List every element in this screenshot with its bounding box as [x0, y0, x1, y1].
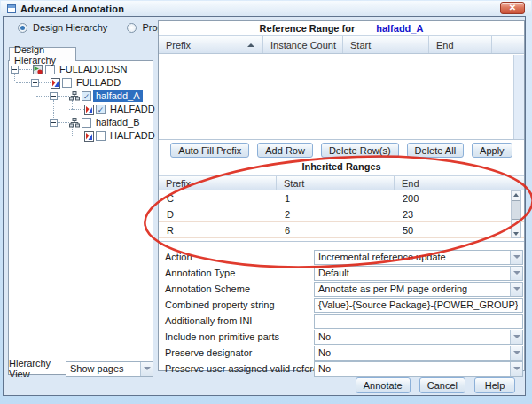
tree-item-fulladd[interactable]: FULLADD: [31, 76, 153, 89]
collapse-minus-icon[interactable]: [31, 79, 39, 87]
chevron-down-icon[interactable]: [510, 330, 522, 344]
collapse-minus-icon[interactable]: [50, 119, 58, 127]
scrollbar-thumb[interactable]: [512, 200, 520, 220]
column-header-prefix[interactable]: Prefix: [159, 176, 277, 190]
chevron-down-icon[interactable]: [140, 362, 153, 376]
tree-connector: [58, 96, 69, 97]
section-divider: [159, 139, 524, 140]
annotate-button[interactable]: Annotate: [356, 377, 411, 393]
chevron-down-icon[interactable]: [510, 362, 522, 376]
column-header-end[interactable]: End: [429, 36, 492, 53]
preserve-valid-references-select[interactable]: No: [314, 361, 523, 377]
scroll-down-icon[interactable]: [512, 230, 520, 237]
window-title: Advanced Annotation: [20, 4, 124, 14]
dialog-footer: Annotate Cancel Help: [356, 377, 515, 393]
hierarchy-view-value: Show pages: [66, 363, 124, 374]
hierarchy-view-select[interactable]: Show pages: [66, 361, 153, 377]
checkbox[interactable]: [45, 65, 55, 74]
title-bar[interactable]: Advanced Annotation: [1, 1, 531, 16]
scrollbar-track[interactable]: [513, 55, 524, 139]
form-row-include-nonprimitive: Include non-primitive parts No: [159, 329, 524, 345]
radio-circle-icon: [18, 23, 27, 33]
annotation-scheme-select[interactable]: Annotate as per PM page ordering: [314, 282, 523, 297]
field-label: Annotation Type: [165, 268, 235, 278]
field-label: Combined property string: [165, 299, 275, 310]
field-label: Additionally from INI: [165, 315, 252, 326]
inherited-ranges-table-body: C 1 200 D 2 23 R 6 50: [159, 190, 524, 238]
chevron-down-icon[interactable]: [510, 283, 522, 296]
design-icon: [32, 64, 43, 75]
close-icon[interactable]: ✕: [500, 2, 525, 14]
checkbox-checked[interactable]: ✓: [82, 91, 91, 101]
checkbox[interactable]: [62, 78, 72, 88]
additionally-from-ini-input[interactable]: [314, 314, 523, 329]
collapse-minus-icon[interactable]: [50, 92, 58, 100]
tree-item-label[interactable]: HALFADD: [107, 130, 158, 142]
tree-item-halfadd-a[interactable]: ✓ halfadd_A: [50, 89, 153, 103]
form-row-preserve-valid-refs: Preserve user assigned valid references …: [159, 361, 524, 377]
tree-item-label[interactable]: FULLADD.DSN: [57, 64, 129, 75]
tree-connector: [39, 82, 51, 83]
chevron-down-icon[interactable]: [510, 251, 522, 264]
schematic-page-icon: [84, 105, 94, 115]
radio-design-hierarchy[interactable]: Design Hierarchy: [18, 22, 107, 33]
tree-item-label[interactable]: halfadd_B: [93, 117, 143, 128]
scrollbar[interactable]: [511, 190, 521, 238]
delete-rows-button[interactable]: Delete Row(s): [321, 143, 399, 158]
table-toolbar: Auto Fill Prefix Add Row Delete Row(s) D…: [159, 143, 524, 158]
table-row[interactable]: D 2 23: [159, 206, 524, 222]
combined-property-input[interactable]: {Value}-{Source Package}-{POWER_GROUP}: [314, 298, 523, 313]
column-header-spacer: [492, 36, 524, 53]
column-header-prefix[interactable]: Prefix: [159, 36, 263, 53]
tree-connector: [58, 122, 69, 123]
field-label: Include non-primitive parts: [165, 331, 279, 342]
tab-label: Design Hierarchy: [14, 44, 75, 66]
field-label: Action: [165, 252, 192, 262]
checkbox-checked[interactable]: ✓: [96, 105, 106, 114]
field-label: Preserve user assigned valid references: [165, 363, 339, 374]
column-header-instance-count[interactable]: Instance Count: [263, 36, 343, 53]
tree-item-halfadd-1[interactable]: ✓ HALFADD: [69, 103, 153, 116]
column-header-start[interactable]: Start: [343, 36, 429, 53]
radio-circle-icon: [127, 23, 137, 33]
apply-button[interactable]: Apply: [472, 143, 512, 158]
schematic-page-icon: [51, 78, 60, 89]
hierarchy-block-icon: [69, 91, 80, 101]
table-row[interactable]: R 6 50: [159, 222, 524, 238]
delete-all-button[interactable]: Delete All: [407, 143, 464, 158]
chevron-down-icon[interactable]: [510, 267, 522, 280]
form-row-additionally-ini: Additionally from INI: [159, 313, 524, 329]
reference-range-table-body[interactable]: [159, 55, 524, 139]
form-row-annotation-scheme: Annotation Scheme Annotate as per PM pag…: [159, 281, 524, 297]
column-header-start[interactable]: Start: [277, 176, 395, 190]
tree-connector: [69, 109, 84, 110]
preserve-designator-select[interactable]: No: [314, 346, 523, 361]
action-select[interactable]: Incremental reference update: [314, 250, 523, 265]
include-non-primitive-select[interactable]: No: [314, 330, 523, 345]
checkbox[interactable]: [96, 131, 106, 141]
tree-item-halfadd-2[interactable]: HALFADD: [69, 129, 153, 143]
collapse-minus-icon[interactable]: [11, 66, 19, 74]
cancel-button[interactable]: Cancel: [419, 377, 466, 393]
table-row[interactable]: C 1 200: [159, 190, 524, 206]
reference-range-title-row: Reference Range for halfadd_A: [159, 21, 524, 35]
chevron-down-icon[interactable]: [510, 346, 522, 360]
tab-design-hierarchy[interactable]: Design Hierarchy: [9, 47, 76, 61]
help-button[interactable]: Help: [474, 377, 515, 393]
tree-connector: [69, 136, 84, 136]
tree-item-halfadd-b[interactable]: halfadd_B: [50, 116, 153, 129]
scroll-up-icon[interactable]: [512, 191, 520, 198]
form-row-annotation-type: Annotation Type Default: [159, 265, 524, 281]
tree-item-label[interactable]: halfadd_A: [93, 90, 143, 102]
auto-fill-prefix-button[interactable]: Auto Fill Prefix: [170, 143, 249, 158]
tree-item-label[interactable]: FULLADD: [74, 77, 123, 89]
tree-item-label[interactable]: HALFADD: [107, 104, 158, 115]
tree-connector: [19, 69, 32, 70]
checkbox[interactable]: [82, 118, 91, 128]
annotation-type-select[interactable]: Default: [314, 266, 523, 281]
reference-range-title: Reference Range for: [260, 23, 356, 34]
field-label: Annotation Scheme: [165, 284, 250, 294]
hierarchy-view-row: Hierarchy View Show pages: [9, 358, 153, 379]
add-row-button[interactable]: Add Row: [257, 143, 313, 158]
column-header-end[interactable]: End: [395, 176, 524, 190]
